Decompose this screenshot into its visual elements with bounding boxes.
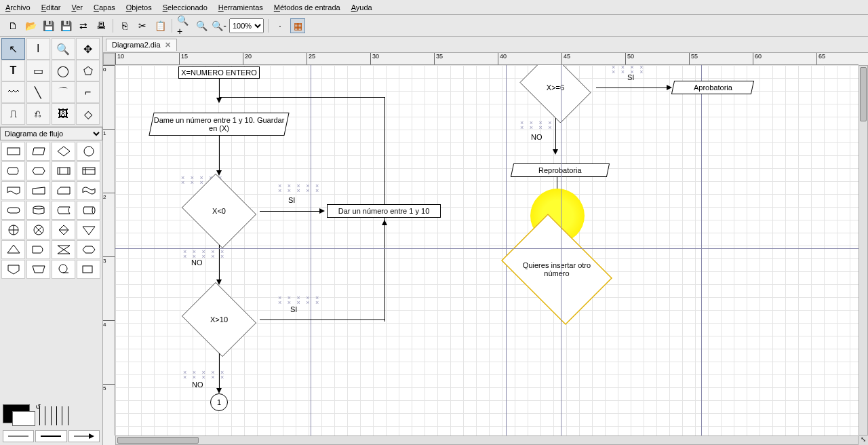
snap-icon[interactable]: · — [273, 18, 288, 33]
menu-seleccionado[interactable]: Seleccionado — [163, 3, 208, 12]
node-decision-gt10[interactable]: X>10 — [178, 286, 260, 353]
diagram-canvas[interactable]: X=NUMERO ENTERO Dame un número entre 1 y… — [115, 65, 859, 436]
node-aprobatoria[interactable]: Aprobatoria — [671, 81, 754, 94]
node-reinput[interactable]: Dar un número entre 1 y 10 — [327, 204, 441, 218]
shape-preparation[interactable] — [26, 161, 50, 180]
shape-tape[interactable] — [77, 181, 100, 200]
shapeset-select[interactable]: Diagrama de flujo — [0, 127, 102, 140]
label-no-2: NO — [192, 381, 203, 389]
line-style-picker[interactable] — [35, 430, 66, 442]
shape-sum[interactable] — [26, 220, 50, 239]
label-no-1: NO — [191, 258, 203, 267]
shape-connector[interactable] — [77, 142, 100, 161]
shape-extract[interactable] — [1, 240, 25, 259]
save-as-icon[interactable]: 💾 — [58, 18, 73, 33]
svg-rect-0 — [7, 148, 20, 155]
node-decision-ge6[interactable]: X>=6 — [515, 65, 596, 118]
menu-bar: Archivo Editar Ver Capas Objetos Selecci… — [0, 0, 868, 15]
menu-metodos[interactable]: Métodos de entrada — [274, 3, 340, 12]
shape-document[interactable] — [1, 181, 25, 200]
image-tool-icon[interactable]: 🖼 — [52, 103, 75, 125]
node-connector-1[interactable]: 1 — [210, 393, 228, 411]
svg-rect-5 — [83, 168, 95, 174]
zoom-in-icon[interactable]: 🔍+ — [176, 18, 191, 33]
polyline-tool-icon[interactable]: ⎍ — [1, 103, 25, 125]
shape-offpage[interactable] — [1, 260, 25, 279]
menu-editar[interactable]: Editar — [41, 3, 61, 12]
new-file-icon[interactable]: 🗋 — [5, 18, 20, 33]
menu-archivo[interactable]: Archivo — [5, 3, 31, 12]
ellipse-tool-icon[interactable]: ◯ — [52, 60, 75, 81]
magnify-tool-icon[interactable]: 🔍 — [52, 38, 75, 60]
arrow-style-picker[interactable] — [68, 430, 100, 442]
shape-datasource[interactable] — [77, 260, 100, 279]
shape-io[interactable] — [26, 142, 50, 161]
node-var-declare[interactable]: X=NUMERO ENTERO — [178, 66, 260, 79]
shape-decision[interactable] — [52, 142, 75, 161]
shape-or[interactable] — [1, 220, 25, 239]
text-tool-icon[interactable]: I — [26, 38, 50, 60]
zoom-select[interactable]: 100% — [229, 18, 264, 33]
zoom-actual-icon[interactable]: 🔍 — [194, 18, 209, 33]
grid-toggle-icon[interactable]: ▦ — [290, 18, 305, 33]
swap-colors-icon[interactable]: ↺ — [35, 403, 41, 410]
box-tool-icon[interactable]: ▭ — [26, 60, 50, 81]
ruler-corner — [103, 53, 115, 65]
bg-color-swatch[interactable] — [12, 411, 35, 426]
shape-collate[interactable] — [52, 240, 75, 259]
shape-sort[interactable] — [52, 220, 75, 239]
shape-magdisk[interactable] — [26, 201, 50, 220]
canvas-area: Diagrama2.dia ✕ 101520253035404550556065… — [103, 37, 868, 445]
pattern-picker[interactable] — [39, 406, 73, 425]
shape-process[interactable] — [1, 142, 25, 161]
shape-delay[interactable] — [26, 240, 50, 259]
menu-objetos[interactable]: Objetos — [126, 3, 152, 12]
shape-directdata[interactable] — [77, 201, 100, 220]
line-width-picker[interactable] — [3, 430, 34, 442]
export-icon[interactable]: ⇄ — [76, 18, 91, 33]
shape-terminal[interactable] — [1, 201, 25, 220]
save-icon[interactable]: 💾 — [41, 18, 56, 33]
print-icon[interactable]: 🖶 — [94, 18, 108, 33]
shape-display[interactable] — [1, 161, 25, 180]
scrollbar-horizontal[interactable] — [115, 436, 859, 445]
svg-rect-19 — [83, 266, 92, 273]
zigzag-tool-icon[interactable]: ⌐ — [76, 81, 100, 103]
document-tab[interactable]: Diagrama2.dia ✕ — [106, 39, 177, 51]
menu-herramientas[interactable]: Herramientas — [218, 3, 263, 12]
arc-tool-icon[interactable]: ⌒ — [52, 81, 75, 103]
pointer-tool-icon[interactable]: ↖ — [1, 38, 25, 60]
tab-label: Diagrama2.dia — [112, 41, 161, 49]
cut-icon[interactable]: ✂ — [135, 18, 150, 33]
shape-merge[interactable] — [77, 220, 100, 239]
shape-predefined[interactable] — [52, 161, 75, 180]
node-decision-repeat[interactable]: Quieres insertar otro número — [492, 222, 621, 316]
copy-icon[interactable]: ⎘ — [117, 18, 132, 33]
shape-manual[interactable] — [26, 181, 50, 200]
shape-card[interactable] — [52, 181, 75, 200]
shape-storeddata[interactable] — [52, 201, 75, 220]
open-file-icon[interactable]: 📂 — [23, 18, 38, 33]
beziergon-tool-icon[interactable]: ⎌ — [26, 103, 50, 125]
tab-close-icon[interactable]: ✕ — [165, 41, 171, 50]
shape-manualop[interactable] — [26, 260, 50, 279]
svg-rect-8 — [7, 208, 20, 213]
polygon-tool-icon[interactable]: ⬠ — [76, 60, 100, 81]
node-input-prompt[interactable]: Dame un número entre 1 y 10. Guardar en … — [149, 113, 289, 136]
menu-capas[interactable]: Capas — [94, 3, 115, 12]
node-reprobatoria[interactable]: Reprobatoria — [511, 163, 610, 177]
bezier-tool-icon[interactable]: 〰 — [1, 81, 25, 103]
shape-internal[interactable] — [77, 161, 100, 180]
node-decision-neg[interactable]: X<0 — [178, 177, 260, 245]
outline-tool-icon[interactable]: ◇ — [76, 103, 100, 125]
menu-ver[interactable]: Ver — [71, 3, 83, 12]
menu-ayuda[interactable]: Ayuda — [351, 3, 372, 12]
line-tool-icon[interactable]: ╲ — [26, 81, 50, 103]
paste-icon[interactable]: 📋 — [153, 18, 167, 33]
pan-tool-icon[interactable]: ✥ — [76, 38, 100, 60]
zoom-out-icon[interactable]: 🔍- — [212, 18, 226, 33]
shape-loop[interactable] — [77, 240, 100, 259]
shape-magtape[interactable] — [52, 260, 75, 279]
scrollbar-vertical[interactable] — [859, 65, 868, 436]
textbox-tool-icon[interactable]: T — [1, 60, 25, 81]
